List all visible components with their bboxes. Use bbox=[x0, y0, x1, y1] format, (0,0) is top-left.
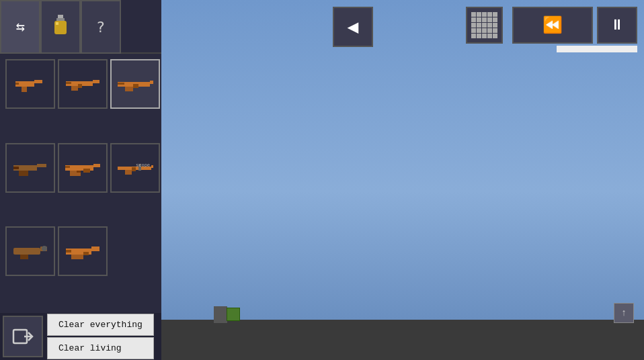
rifle-icon bbox=[117, 75, 154, 93]
svg-rect-11 bbox=[71, 86, 78, 91]
grid-icon bbox=[471, 12, 497, 38]
svg-rect-22 bbox=[13, 167, 19, 169]
svg-rect-7 bbox=[22, 87, 27, 92]
main-container: ⇆ ? bbox=[0, 0, 644, 360]
pistol-icon bbox=[12, 75, 49, 93]
exit-button[interactable] bbox=[3, 316, 43, 357]
svg-point-38 bbox=[42, 246, 47, 251]
svg-rect-6 bbox=[34, 80, 42, 83]
clear-everything-button[interactable]: Clear everything bbox=[47, 314, 154, 336]
weapon-cell-6[interactable]: scope bbox=[110, 143, 160, 193]
bottom-bar: Clear everything Clear living bbox=[0, 313, 161, 360]
weapon-cell-8[interactable] bbox=[58, 226, 108, 276]
weapon-cell-7[interactable] bbox=[5, 226, 55, 276]
progress-bar-container bbox=[557, 46, 637, 52]
svg-rect-8 bbox=[15, 83, 19, 85]
heavy-icon bbox=[65, 242, 102, 261]
top-controls: ⏪ ⏸ bbox=[512, 7, 637, 44]
item-button[interactable] bbox=[40, 0, 81, 54]
pause-icon: ⏸ bbox=[610, 16, 625, 34]
context-menu: Clear everything Clear living bbox=[47, 314, 154, 359]
svg-rect-17 bbox=[133, 84, 138, 88]
up-arrow-icon: ↑ bbox=[621, 308, 627, 318]
rewind-icon: ⏪ bbox=[542, 15, 563, 35]
bottom-right-hint[interactable]: ↑ bbox=[614, 303, 634, 323]
svg-rect-43 bbox=[83, 252, 89, 255]
player-character bbox=[214, 306, 227, 323]
potion-icon bbox=[50, 15, 71, 39]
svg-rect-28 bbox=[77, 171, 81, 173]
svg-rect-30 bbox=[151, 165, 153, 168]
nav-back-button[interactable]: ◀ bbox=[333, 7, 373, 47]
svg-rect-18 bbox=[118, 83, 124, 85]
svg-rect-21 bbox=[19, 171, 28, 176]
svg-text:?: ? bbox=[96, 19, 105, 36]
svg-rect-35 bbox=[13, 248, 40, 255]
progress-bar-fill bbox=[557, 46, 637, 52]
sniper-icon: scope bbox=[117, 159, 154, 177]
toolbar: ⇆ ? bbox=[0, 0, 161, 54]
svg-rect-42 bbox=[66, 250, 71, 253]
svg-text:scope: scope bbox=[136, 163, 150, 168]
sidebar: ⇆ ? bbox=[0, 0, 161, 360]
svg-rect-37 bbox=[20, 255, 28, 259]
svg-rect-3 bbox=[56, 22, 58, 25]
weapon-grid: scope bbox=[0, 54, 161, 313]
svg-rect-41 bbox=[71, 255, 83, 259]
svg-rect-27 bbox=[65, 166, 70, 168]
svg-rect-16 bbox=[125, 87, 133, 91]
rewind-button[interactable]: ⏪ bbox=[512, 7, 593, 44]
svg-rect-15 bbox=[150, 81, 153, 84]
pause-button[interactable]: ⏸ bbox=[597, 7, 637, 44]
shotgun-icon bbox=[12, 159, 49, 177]
smg-icon bbox=[65, 75, 102, 93]
svg-rect-40 bbox=[91, 246, 99, 251]
ground bbox=[161, 320, 644, 360]
svg-rect-20 bbox=[37, 164, 46, 167]
exit-icon bbox=[12, 326, 34, 347]
grid-toggle-button[interactable] bbox=[466, 7, 503, 44]
svg-rect-0 bbox=[58, 15, 63, 18]
weapon-cell-4[interactable] bbox=[5, 143, 55, 193]
help-icon: ? bbox=[91, 17, 110, 36]
launcher-icon bbox=[12, 242, 49, 261]
help-button[interactable]: ? bbox=[81, 0, 121, 54]
svg-rect-10 bbox=[93, 80, 99, 83]
clear-living-button[interactable]: Clear living bbox=[47, 337, 154, 359]
weapon-cell-5[interactable] bbox=[58, 143, 108, 193]
svg-rect-24 bbox=[93, 164, 100, 167]
machinegun-icon bbox=[65, 159, 102, 177]
svg-rect-12 bbox=[78, 84, 82, 88]
weapon-cell-2[interactable] bbox=[58, 59, 108, 109]
svg-rect-31 bbox=[125, 170, 132, 175]
green-block bbox=[227, 308, 240, 321]
game-area: ◀ ⏪ ⏸ ↑ bbox=[161, 0, 644, 360]
svg-rect-26 bbox=[83, 169, 90, 173]
svg-rect-13 bbox=[66, 82, 71, 84]
weapon-cell-1[interactable] bbox=[5, 59, 55, 109]
weapon-cell-3[interactable] bbox=[110, 59, 160, 109]
svg-rect-1 bbox=[56, 18, 65, 21]
swap-button[interactable]: ⇆ bbox=[0, 0, 40, 54]
